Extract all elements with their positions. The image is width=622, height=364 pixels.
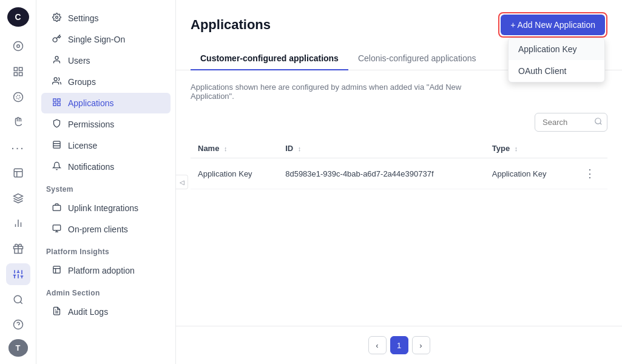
svg-rect-32 [53, 141, 59, 148]
users-icon [51, 55, 62, 66]
svg-point-25 [55, 16, 58, 19]
platform-insights-section-title: Platform Insights [36, 240, 175, 260]
main-content: Applications + Add New Application Appli… [176, 0, 622, 364]
sort-icon-id: ↕ [298, 145, 302, 152]
system-section-title: System [36, 178, 175, 197]
permissions-icon [51, 119, 62, 130]
add-new-application-button[interactable]: + Add New Application [501, 15, 605, 35]
cell-id: 8d5983e1-939c-4bab-a6d7-2a44e390737f [278, 158, 485, 189]
svg-rect-36 [53, 225, 61, 231]
svg-rect-8 [14, 169, 22, 177]
nav-item-applications[interactable]: Applications [41, 93, 171, 113]
dropdown-item-oauth-client[interactable]: OAuth Client [509, 60, 604, 82]
next-page-button[interactable]: › [412, 336, 430, 354]
nav-icon-home[interactable] [6, 35, 30, 57]
svg-point-7 [16, 95, 20, 99]
add-application-dropdown: Application Key OAuth Client [508, 38, 605, 83]
applications-table: Name ↕ ID ↕ Type ↕ Application K [191, 139, 607, 189]
svg-point-23 [14, 295, 21, 303]
icon-sidebar: C ··· T [0, 0, 36, 364]
sidebar-collapse-area: ◁ [176, 175, 188, 189]
nav-icon-chart[interactable] [6, 213, 30, 235]
nav-icon-grid[interactable] [6, 61, 30, 83]
nav-item-platform-adoption[interactable]: Platform adoption [41, 260, 171, 281]
nav-item-sso[interactable]: Single Sign-On [41, 29, 171, 50]
nav-item-onprem[interactable]: On-prem clients [41, 219, 171, 240]
row-actions-button[interactable]: ⋮ [580, 166, 600, 181]
page-title: Applications [191, 17, 271, 33]
nav-icon-list[interactable] [6, 162, 30, 184]
page-1-button[interactable]: 1 [390, 336, 408, 354]
svg-point-6 [13, 92, 22, 101]
platform-adoption-icon [51, 265, 62, 276]
col-type[interactable]: Type ↕ [485, 139, 572, 158]
nav-sidebar: Settings Single Sign-On Users Groups App… [36, 0, 176, 364]
svg-rect-4 [14, 72, 17, 75]
info-text: Applications shown here are configured b… [191, 83, 494, 101]
admin-section-title: Admin Section [36, 281, 175, 301]
svg-rect-39 [53, 266, 59, 273]
nav-item-license[interactable]: License [41, 135, 171, 156]
sidebar-collapse-button[interactable]: ◁ [176, 175, 188, 189]
license-icon [51, 140, 62, 151]
user-avatar[interactable]: T [8, 339, 28, 357]
nav-icon-gift[interactable] [6, 238, 30, 260]
table-body: Application Key 8d5983e1-939c-4bab-a6d7-… [191, 158, 607, 189]
svg-rect-31 [57, 103, 59, 106]
page-header: Applications + Add New Application Appli… [176, 0, 622, 38]
sort-icon-name: ↕ [224, 145, 228, 152]
svg-point-26 [55, 56, 58, 59]
nav-icon-palette[interactable] [6, 86, 30, 108]
col-name[interactable]: Name ↕ [191, 139, 278, 158]
svg-point-0 [13, 42, 22, 51]
tab-celonis-configured[interactable]: Celonis-configured applications [348, 47, 486, 70]
nav-item-users[interactable]: Users [41, 50, 171, 71]
uplink-icon [51, 203, 62, 214]
content-area: Applications shown here are configured b… [176, 70, 622, 326]
applications-icon [51, 98, 62, 109]
cell-type: Application Key [485, 158, 572, 189]
svg-point-27 [54, 78, 57, 81]
nav-icon-help[interactable] [6, 314, 30, 336]
svg-rect-35 [53, 205, 61, 211]
groups-icon [51, 76, 62, 87]
dropdown-item-application-key[interactable]: Application Key [509, 38, 604, 60]
col-id[interactable]: ID ↕ [278, 139, 485, 158]
nav-icon-layers[interactable] [6, 187, 30, 209]
table-row: Application Key 8d5983e1-939c-4bab-a6d7-… [191, 158, 607, 189]
nav-item-settings[interactable]: Settings [41, 8, 171, 29]
svg-point-1 [16, 45, 19, 48]
svg-point-42 [595, 118, 601, 124]
settings-icon [51, 13, 62, 24]
search-bar-row [191, 113, 607, 132]
nav-icon-hand[interactable] [6, 111, 30, 133]
search-icon [594, 117, 603, 127]
nav-item-permissions[interactable]: Permissions [41, 114, 171, 135]
notifications-icon [51, 161, 62, 172]
svg-rect-5 [19, 72, 22, 75]
onprem-icon [51, 224, 62, 235]
svg-rect-2 [14, 67, 17, 70]
table-header: Name ↕ ID ↕ Type ↕ [191, 139, 607, 158]
sso-icon [51, 34, 62, 45]
pagination: ‹ 1 › [176, 326, 622, 364]
nav-icon-search[interactable] [6, 289, 30, 311]
nav-item-groups[interactable]: Groups [41, 72, 171, 92]
nav-icon-sliders[interactable] [6, 263, 30, 285]
svg-rect-30 [53, 103, 55, 106]
prev-page-button[interactable]: ‹ [368, 336, 387, 354]
sort-icon-type: ↕ [515, 145, 518, 152]
nav-item-notifications[interactable]: Notifications [41, 157, 171, 177]
nav-item-uplink[interactable]: Uplink Integrations [41, 198, 171, 218]
add-button-container: + Add New Application Application Key OA… [501, 15, 605, 35]
app-logo[interactable]: C [7, 7, 29, 27]
audit-logs-icon [51, 306, 62, 317]
search-input-wrap [535, 113, 607, 132]
nav-item-audit-logs[interactable]: Audit Logs [41, 302, 171, 322]
tab-customer-configured[interactable]: Customer-configured applications [191, 47, 348, 70]
add-button-wrapper: + Add New Application Application Key OA… [498, 12, 607, 38]
svg-rect-3 [19, 67, 22, 70]
svg-rect-28 [53, 99, 55, 101]
nav-icon-more[interactable]: ··· [6, 136, 30, 158]
cell-name: Application Key [191, 158, 278, 189]
